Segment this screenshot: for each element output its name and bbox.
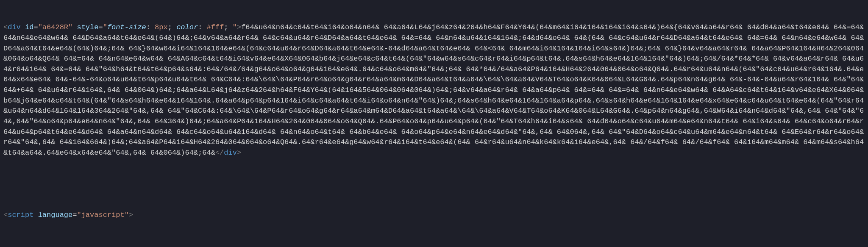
div1-id-value: a6428R bbox=[42, 23, 68, 31]
blank-line bbox=[3, 179, 865, 189]
code-line-div-open: <div id="a6428R" style="font-size: 8px; … bbox=[3, 22, 865, 158]
encoded-payload-text: f64&u64&n64&c64&t64&i64&o64&n64& 64&a64&… bbox=[3, 23, 868, 157]
code-editor-content: <div id="a6428R" style="font-size: 8px; … bbox=[0, 0, 868, 247]
script-open-tag: <script language="javascript"> bbox=[3, 210, 865, 221]
blank-line bbox=[3, 241, 865, 247]
